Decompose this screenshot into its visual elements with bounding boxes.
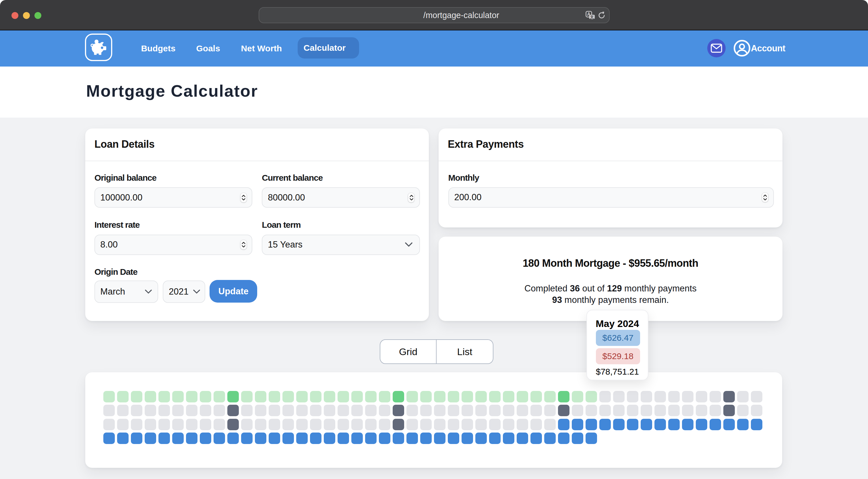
svg-text:文: 文 [590, 15, 594, 19]
